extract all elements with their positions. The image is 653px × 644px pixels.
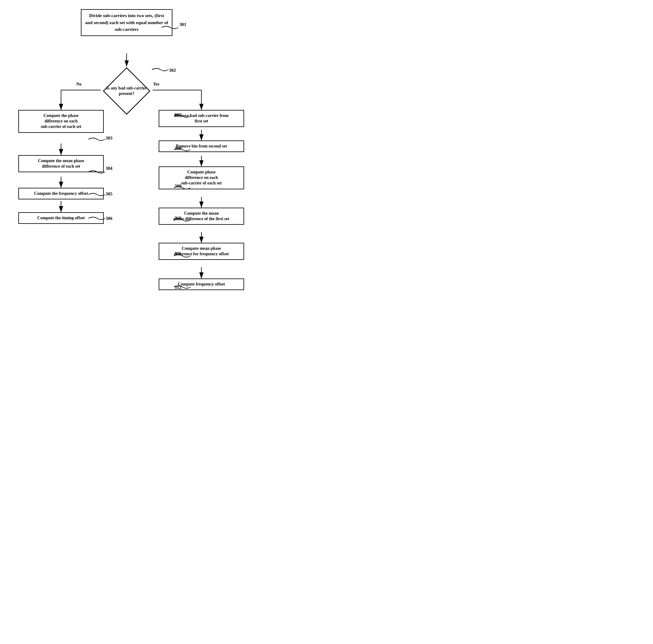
ref-309: 309 <box>174 184 182 189</box>
ref-311: 311 <box>174 251 181 256</box>
ref-304: 304 <box>105 166 113 171</box>
box-309: Compute phasedifference on eachsub-carri… <box>159 166 244 189</box>
box-312: Compute frequency offset <box>159 278 244 290</box>
ref-306: 306 <box>105 216 113 221</box>
ref-303: 303 <box>105 136 113 141</box>
box-310: Compute the meanphase difference of the … <box>159 208 244 225</box>
box-305: Compute the frequency offset <box>18 188 104 200</box>
diamond-text-302: Is any bad sub-carrier present? <box>102 86 151 96</box>
start-box: Divide sub-carriers into two sets, (firs… <box>81 9 172 36</box>
ref-302: 302 <box>169 68 176 73</box>
ref-307: 307 <box>174 112 182 118</box>
ref-308: 308 <box>174 146 182 151</box>
box-304: Compute the mean phasedifference of each… <box>18 155 104 172</box>
ref-301: 301 <box>179 22 187 27</box>
box-303: Compute the phasedifference on eachsub-c… <box>18 110 104 133</box>
box-308: Remove bin from second set <box>159 140 244 152</box>
flowchart: Divide sub-carriers into two sets, (firs… <box>0 0 326 322</box>
box-306: Compute the timing offset <box>18 212 104 224</box>
label-no: No <box>76 82 81 87</box>
box-311: Compute mean phasedifference for frequen… <box>159 243 244 260</box>
ref-310: 310 <box>174 215 182 221</box>
diamond-302: Is any bad sub-carrier present? <box>102 67 151 115</box>
label-yes: Yes <box>153 82 159 87</box>
ref-312: 312 <box>174 285 182 290</box>
ref-305: 305 <box>105 191 113 197</box>
box-307: Remove bad sub-carrier fromfirst set <box>159 110 244 127</box>
